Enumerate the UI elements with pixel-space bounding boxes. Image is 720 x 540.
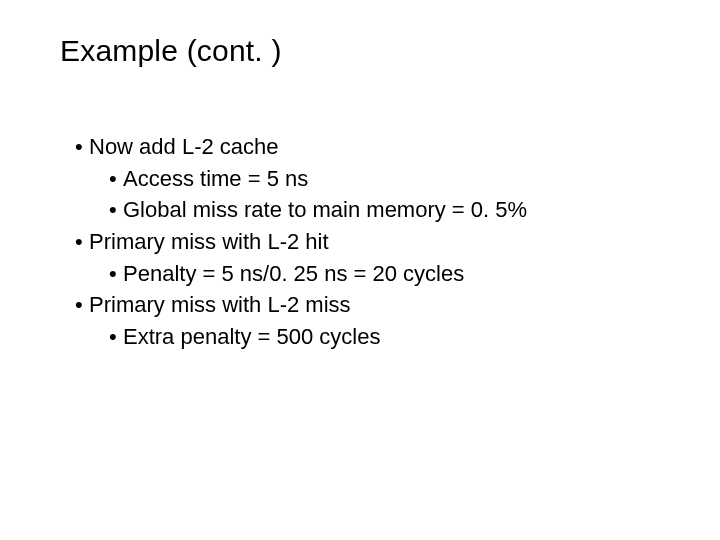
bullet-text: Penalty = 5 ns/0. 25 ns = 20 cycles: [123, 261, 464, 286]
bullet-text: Now add L-2 cache: [89, 134, 279, 159]
bullet-level2: •Penalty = 5 ns/0. 25 ns = 20 cycles: [109, 259, 527, 289]
bullet-text: Primary miss with L-2 hit: [89, 229, 329, 254]
slide-title: Example (cont. ): [60, 34, 282, 68]
bullet-level2: •Global miss rate to main memory = 0. 5%: [109, 195, 527, 225]
bullet-text: Global miss rate to main memory = 0. 5%: [123, 197, 527, 222]
bullet-icon: •: [75, 290, 89, 320]
bullet-level2: •Access time = 5 ns: [109, 164, 527, 194]
bullet-level1: •Primary miss with L-2 miss: [75, 290, 527, 320]
slide: Example (cont. ) •Now add L-2 cache •Acc…: [0, 0, 720, 540]
bullet-icon: •: [109, 195, 123, 225]
bullet-icon: •: [75, 227, 89, 257]
bullet-level2: •Extra penalty = 500 cycles: [109, 322, 527, 352]
bullet-level1: •Primary miss with L-2 hit: [75, 227, 527, 257]
bullet-text: Primary miss with L-2 miss: [89, 292, 351, 317]
bullet-icon: •: [75, 132, 89, 162]
bullet-text: Extra penalty = 500 cycles: [123, 324, 380, 349]
bullet-icon: •: [109, 164, 123, 194]
bullet-icon: •: [109, 259, 123, 289]
bullet-icon: •: [109, 322, 123, 352]
bullet-text: Access time = 5 ns: [123, 166, 308, 191]
slide-body: •Now add L-2 cache •Access time = 5 ns •…: [75, 132, 527, 354]
bullet-level1: •Now add L-2 cache: [75, 132, 527, 162]
